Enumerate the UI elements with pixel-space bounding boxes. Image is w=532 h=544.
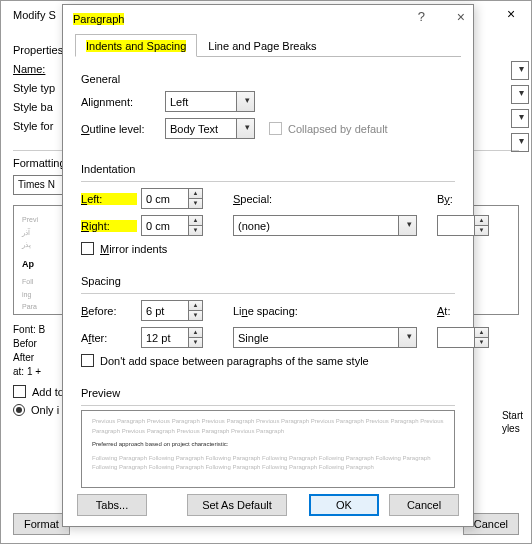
start-styles-fragment: Start yles	[502, 409, 523, 435]
line-spacing-combo[interactable]: Single	[233, 327, 417, 348]
alignment-label: Alignment:	[81, 96, 159, 108]
special-label: Special:	[233, 193, 303, 205]
collapsed-checkbox: Collapsed by default	[269, 122, 388, 135]
tab-indents-spacing[interactable]: Indents and Spacing	[75, 34, 197, 57]
indent-right-spinner[interactable]: 0 cm▲▼	[141, 215, 203, 236]
indent-right-label: Right:	[81, 220, 137, 232]
line-spacing-label: Line spacing:	[233, 305, 417, 317]
mirror-indents-checkbox[interactable]: Mirror indents	[81, 242, 455, 255]
preview-box: Previous Paragraph Previous Paragraph Pr…	[81, 410, 455, 488]
at-spinner[interactable]: ▲▼	[437, 327, 489, 348]
indent-left-label: Left:	[81, 193, 137, 205]
close-icon[interactable]: ×	[457, 9, 465, 25]
set-default-button[interactable]: Set As Default	[187, 494, 287, 516]
paragraph-title: Paragraph	[73, 13, 124, 25]
spacing-heading: Spacing	[81, 275, 455, 287]
paragraph-dialog: Paragraph ? × Indents and Spacing Line a…	[62, 4, 474, 527]
indent-left-spinner[interactable]: 0 cm▲▼	[141, 188, 203, 209]
by-spinner[interactable]: ▲▼	[437, 215, 489, 236]
outline-level-combo[interactable]: Body Text	[165, 118, 255, 139]
close-icon[interactable]: ×	[491, 1, 531, 29]
indentation-heading: Indentation	[81, 163, 455, 175]
general-heading: General	[81, 73, 455, 85]
no-space-same-style-checkbox[interactable]: Don't add space between paragraphs of th…	[81, 354, 455, 367]
special-combo[interactable]: (none)	[233, 215, 417, 236]
alignment-combo[interactable]: Left	[165, 91, 255, 112]
right-dropdowns	[511, 61, 531, 157]
help-icon[interactable]: ?	[418, 9, 425, 24]
tabs-button[interactable]: Tabs...	[77, 494, 147, 516]
at-label: At:	[437, 305, 489, 317]
before-label: Before:	[81, 305, 137, 317]
cancel-button[interactable]: Cancel	[389, 494, 459, 516]
before-spinner[interactable]: 6 pt▲▼	[141, 300, 203, 321]
tab-line-page-breaks[interactable]: Line and Page Breaks	[197, 34, 327, 57]
after-label: After:	[81, 332, 137, 344]
ok-button[interactable]: OK	[309, 494, 379, 516]
after-spinner[interactable]: 12 pt▲▼	[141, 327, 203, 348]
preview-heading: Preview	[81, 387, 455, 399]
by-label: By:	[437, 193, 489, 205]
outline-level-label: Outline level:	[81, 123, 159, 135]
